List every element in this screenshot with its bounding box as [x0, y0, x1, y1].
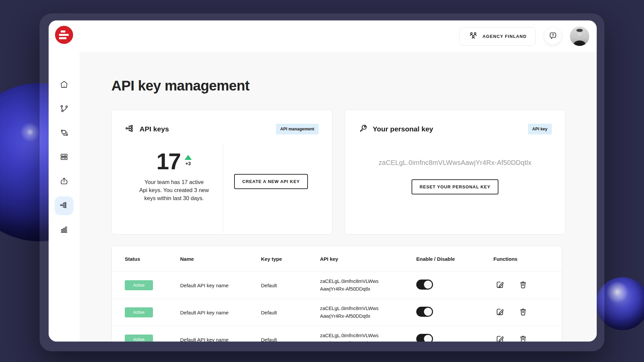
upload-icon: [60, 177, 68, 187]
toggle-knob: [424, 281, 432, 289]
api-nodes-icon: [125, 123, 135, 135]
trash-icon: [519, 307, 528, 317]
sidebar-item-branches[interactable]: [55, 100, 73, 119]
enable-toggle[interactable]: [416, 334, 433, 342]
key-name: Default API key name: [180, 283, 261, 288]
personal-key-card: Your personal key API key zaCELgL.0imfnc…: [344, 110, 566, 235]
status-badge: Active: [125, 335, 153, 342]
help-chat-icon: ?: [548, 31, 557, 41]
column-header-key-type: Key type: [261, 256, 320, 262]
personal-key-card-header: Your personal key API key: [358, 123, 552, 135]
team-name-label: AGENCY FINLAND: [483, 34, 527, 39]
table-row: Active Default API key name Default zaCE…: [112, 272, 562, 299]
key-name: Default API key name: [180, 310, 261, 315]
api-keys-table: Status Name Key type API key Enable / Di…: [111, 246, 562, 342]
api-nodes-icon: [60, 201, 68, 211]
main-area: AGENCY FINLAND ? API key management: [79, 20, 597, 342]
toggle-knob: [424, 308, 432, 316]
brand-logo[interactable]: [55, 26, 73, 44]
summary-cards: API keys API management 17 +3: [111, 110, 566, 235]
team-icon: [469, 31, 478, 42]
sidebar-nav: [55, 76, 73, 239]
api-key-value: zaCELgL.0imfnc8mVLWws AawjYr4Rx-Af50DDqt…: [320, 332, 416, 342]
status-badge: Active: [125, 280, 153, 290]
arrow-up-icon: [184, 155, 192, 160]
edit-icon: [495, 280, 504, 290]
keys-delta: +3: [184, 155, 192, 166]
logo-bar: [61, 31, 65, 33]
delete-key-button[interactable]: [519, 280, 528, 290]
user-avatar[interactable]: [570, 26, 589, 46]
edit-key-button[interactable]: [495, 307, 504, 317]
sidebar-item-analytics[interactable]: [55, 221, 73, 239]
delete-key-button[interactable]: [519, 307, 528, 317]
api-key-value: zaCELgL.0imfnc8mVLWws AawjYr4Rx-Af50DDqt…: [320, 278, 416, 293]
desktop-background: AGENCY FINLAND ? API key management: [0, 0, 644, 362]
key-icon: [358, 123, 368, 135]
topbar: AGENCY FINLAND ?: [79, 20, 597, 52]
api-keys-card: API keys API management 17 +3: [111, 110, 332, 235]
delta-value: +3: [185, 161, 191, 166]
branch-icon: [60, 104, 68, 114]
api-keys-stat: 17 +3 Your team has 17 active Api keys. …: [125, 143, 223, 233]
column-header-name: Name: [180, 256, 261, 262]
status-badge: Active: [125, 307, 153, 317]
help-button[interactable]: ?: [544, 28, 561, 45]
column-header-status: Status: [125, 256, 180, 262]
edit-icon: [495, 307, 504, 317]
table-row: Active Default API key name Default zaCE…: [112, 299, 562, 326]
trash-icon: [519, 335, 528, 342]
delete-key-button[interactable]: [519, 335, 528, 342]
key-type: Default: [261, 283, 320, 288]
create-api-key-button[interactable]: CREATE A NEW API KEY: [234, 174, 308, 189]
team-switcher-button[interactable]: AGENCY FINLAND: [460, 27, 536, 46]
trash-icon: [519, 280, 528, 290]
card-badge: API management: [276, 124, 319, 134]
sidebar-item-api-keys[interactable]: [55, 196, 73, 215]
enable-toggle[interactable]: [416, 307, 433, 317]
active-keys-count: 17: [156, 148, 180, 174]
logo-bar: [59, 34, 69, 36]
enable-toggle[interactable]: [416, 280, 433, 290]
server-icon: [60, 153, 68, 163]
keys-description: Your team has 17 active Api keys. You cr…: [125, 178, 223, 202]
sidebar-item-share[interactable]: [55, 172, 73, 191]
api-keys-card-header: API keys API management: [125, 123, 319, 135]
toggle-knob: [424, 335, 432, 342]
logo-bar: [59, 37, 66, 39]
home-icon: [60, 80, 68, 90]
app-window: AGENCY FINLAND ? API key management: [49, 20, 597, 342]
key-type: Default: [261, 310, 320, 315]
sync-icon: [60, 128, 68, 138]
svg-text:?: ?: [552, 33, 554, 37]
table-row: Active Default API key name Default zaCE…: [112, 326, 562, 342]
edit-key-button[interactable]: [495, 280, 504, 290]
sidebar-item-servers[interactable]: [55, 148, 73, 167]
page-content: API key management: [79, 52, 597, 342]
api-keys-card-action: CREATE A NEW API KEY: [223, 143, 319, 233]
key-name: Default API key name: [180, 337, 261, 342]
card-title: Your personal key: [373, 125, 433, 133]
personal-key-value: zaCELgL.0imfnc8mVLWwsAawjYr4Rx-Af50DDqtl…: [358, 159, 552, 167]
key-type: Default: [261, 337, 320, 342]
column-header-api-key: API key: [320, 256, 416, 262]
column-header-enable-disable: Enable / Disable: [416, 256, 493, 262]
column-header-functions: Functions: [493, 256, 562, 262]
api-keys-card-body: 17 +3 Your team has 17 active Api keys. …: [125, 143, 319, 233]
page-title: API key management: [111, 78, 566, 94]
bar-chart-icon: [60, 225, 68, 235]
card-badge: API key: [528, 124, 552, 134]
sidebar: [49, 20, 79, 342]
edit-key-button[interactable]: [495, 335, 504, 342]
card-title: API keys: [140, 125, 169, 133]
sidebar-item-sync[interactable]: [55, 124, 73, 143]
sidebar-item-home[interactable]: [55, 76, 73, 95]
reset-personal-key-button[interactable]: RESET YOUR PERSONAL KEY: [412, 179, 498, 194]
edit-icon: [495, 335, 504, 342]
api-key-value: zaCELgL.0imfnc8mVLWws AawjYr4Rx-Af50DDqt…: [320, 305, 416, 320]
table-header: Status Name Key type API key Enable / Di…: [112, 246, 562, 272]
